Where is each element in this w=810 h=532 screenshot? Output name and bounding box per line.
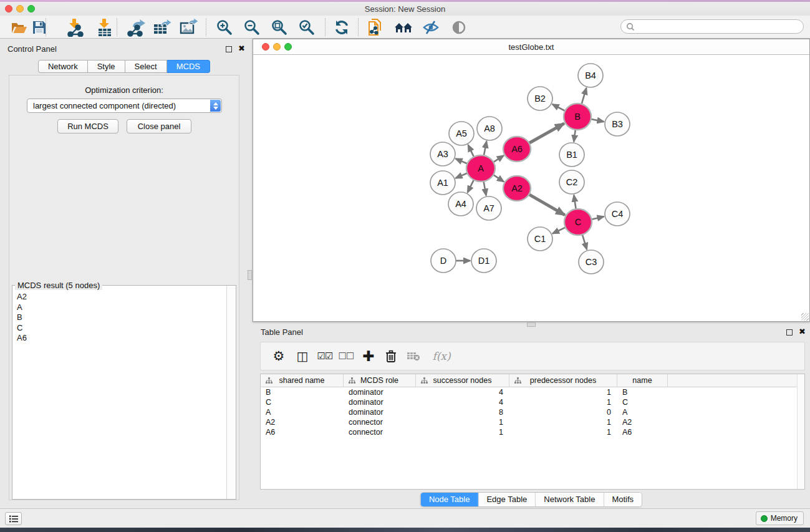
edge-B-B2[interactable] bbox=[552, 104, 566, 112]
node-B2[interactable]: B2 bbox=[528, 87, 552, 110]
tab-network[interactable]: Network bbox=[38, 60, 88, 73]
edge-C-C3[interactable] bbox=[582, 233, 587, 249]
table-row[interactable]: A6connector11A6 bbox=[261, 427, 804, 437]
unselect-all-columns-icon[interactable]: ☐☐ bbox=[337, 347, 355, 365]
node-D1[interactable]: D1 bbox=[471, 249, 496, 273]
node-C1[interactable]: C1 bbox=[528, 227, 552, 251]
column-header-shared-name[interactable]: shared name bbox=[261, 374, 344, 387]
mcds-result-list[interactable]: A2ABCA6 bbox=[13, 291, 226, 498]
clone-network-button[interactable] bbox=[364, 17, 385, 37]
table-cell[interactable]: 4 bbox=[416, 387, 509, 397]
node-B4[interactable]: B4 bbox=[578, 64, 603, 87]
tab-node-table[interactable]: Node Table bbox=[421, 493, 478, 506]
network-graph[interactable]: AA2A6BCA1A3A4A5A7A8B1B2B3B4C1C2C3C4DD1 bbox=[253, 56, 809, 321]
table-cell[interactable]: B bbox=[261, 387, 344, 397]
node-A8[interactable]: A8 bbox=[477, 117, 502, 140]
node-A6[interactable]: A6 bbox=[503, 137, 531, 162]
memory-button[interactable]: Memory bbox=[756, 511, 804, 525]
edge-C-C1[interactable] bbox=[552, 227, 567, 234]
table-cell[interactable]: A6 bbox=[617, 427, 668, 437]
mcds-result-item[interactable]: C bbox=[17, 323, 222, 334]
node-B[interactable]: B bbox=[564, 104, 591, 130]
criterion-dropdown[interactable]: largest connected component (directed) bbox=[27, 99, 222, 113]
mcds-result-item[interactable]: A bbox=[17, 302, 222, 313]
tab-network-table[interactable]: Network Table bbox=[535, 493, 603, 506]
column-header-name[interactable]: name bbox=[617, 374, 668, 387]
column-header-predecessor-nodes[interactable]: predecessor nodes bbox=[509, 374, 617, 387]
show-panels-list-button[interactable] bbox=[5, 512, 22, 525]
window-resize-grip[interactable] bbox=[801, 313, 809, 321]
column-header-MCDS-role[interactable]: MCDS role bbox=[344, 374, 416, 387]
open-session-button[interactable] bbox=[8, 17, 29, 37]
edge-B-B1[interactable] bbox=[574, 128, 576, 142]
table-cell[interactable]: 4 bbox=[416, 397, 509, 407]
close-table-panel-icon[interactable]: ✖ bbox=[799, 329, 806, 335]
edge-A-A1[interactable] bbox=[456, 173, 469, 178]
export-network-button[interactable] bbox=[125, 17, 147, 37]
import-table-button[interactable] bbox=[94, 17, 115, 37]
table-cell[interactable]: A2 bbox=[261, 417, 344, 427]
network-canvas[interactable]: AA2A6BCA1A3A4A5A7A8B1B2B3B4C1C2C3C4DD1 bbox=[253, 56, 809, 321]
node-B1[interactable]: B1 bbox=[559, 143, 584, 167]
table-settings-gear-icon[interactable]: ⚙ bbox=[269, 347, 288, 365]
tab-style[interactable]: Style bbox=[88, 60, 125, 73]
edge-A2-C[interactable] bbox=[528, 194, 565, 215]
zoom-fit-button[interactable] bbox=[269, 17, 290, 37]
node-B3[interactable]: B3 bbox=[605, 112, 630, 136]
table-row[interactable]: A2connector11A2 bbox=[261, 417, 804, 427]
edge-B-B4[interactable] bbox=[581, 88, 586, 105]
refresh-button[interactable] bbox=[331, 17, 352, 37]
home-layout-button[interactable] bbox=[393, 17, 414, 37]
edge-A-A7[interactable] bbox=[483, 180, 486, 196]
mcds-result-item[interactable]: A6 bbox=[17, 333, 222, 344]
result-scrollbar[interactable] bbox=[226, 286, 236, 499]
export-image-button[interactable] bbox=[178, 17, 200, 37]
search-input[interactable] bbox=[635, 22, 803, 31]
edge-A6-B[interactable] bbox=[528, 123, 564, 144]
mcds-result-item[interactable]: A2 bbox=[17, 292, 222, 302]
show-graphics-button[interactable] bbox=[448, 17, 470, 37]
float-table-panel-icon[interactable] bbox=[786, 329, 793, 336]
node-C3[interactable]: C3 bbox=[579, 250, 604, 274]
table-cell[interactable]: dominator bbox=[344, 407, 416, 417]
save-session-button[interactable] bbox=[29, 17, 50, 37]
run-mcds-button[interactable]: Run MCDS bbox=[57, 119, 118, 133]
float-panel-icon[interactable] bbox=[226, 46, 232, 52]
table-cell[interactable]: A bbox=[617, 407, 668, 417]
select-all-columns-icon[interactable]: ☑☑ bbox=[316, 347, 334, 365]
table-row[interactable]: Bdominator41B bbox=[261, 387, 804, 397]
edge-A-A8[interactable] bbox=[483, 142, 486, 157]
node-A3[interactable]: A3 bbox=[430, 142, 455, 166]
edge-A-A2[interactable] bbox=[492, 174, 504, 181]
edge-A-A3[interactable] bbox=[456, 158, 469, 164]
node-A4[interactable]: A4 bbox=[448, 192, 473, 216]
import-network-button[interactable] bbox=[64, 17, 85, 37]
mcds-result-item[interactable]: B bbox=[17, 312, 222, 323]
edge-B-B3[interactable] bbox=[590, 119, 604, 122]
node-A1[interactable]: A1 bbox=[430, 171, 455, 195]
table-cell[interactable]: C bbox=[617, 397, 668, 407]
table-cell[interactable]: 1 bbox=[509, 387, 617, 397]
tab-motifs[interactable]: Motifs bbox=[603, 493, 642, 506]
node-D[interactable]: D bbox=[431, 249, 456, 273]
column-header-successor-nodes[interactable]: successor nodes bbox=[416, 374, 509, 387]
node-A[interactable]: A bbox=[466, 155, 495, 181]
table-cell[interactable]: connector bbox=[344, 427, 416, 437]
table-cell[interactable]: B bbox=[617, 387, 668, 397]
vertical-splitter-handle[interactable] bbox=[248, 270, 252, 280]
edge-A-A4[interactable] bbox=[468, 179, 475, 193]
table-cell[interactable]: A bbox=[261, 407, 344, 417]
create-column-plus-icon[interactable]: ✚ bbox=[359, 347, 378, 365]
table-cell[interactable]: dominator bbox=[344, 397, 416, 407]
table-scrollbar[interactable] bbox=[797, 374, 804, 489]
table-cell[interactable]: A2 bbox=[617, 417, 668, 427]
node-A5[interactable]: A5 bbox=[449, 122, 474, 145]
table-cell[interactable]: 1 bbox=[416, 417, 509, 427]
zoom-selected-button[interactable] bbox=[296, 17, 317, 37]
node-C2[interactable]: C2 bbox=[559, 170, 584, 194]
table-row[interactable]: Adominator80A bbox=[261, 407, 804, 417]
zoom-out-button[interactable] bbox=[241, 17, 263, 37]
node-C[interactable]: C bbox=[564, 209, 592, 235]
show-columns-icon[interactable]: ◫ bbox=[293, 347, 312, 365]
table-cell[interactable]: 1 bbox=[509, 397, 617, 407]
